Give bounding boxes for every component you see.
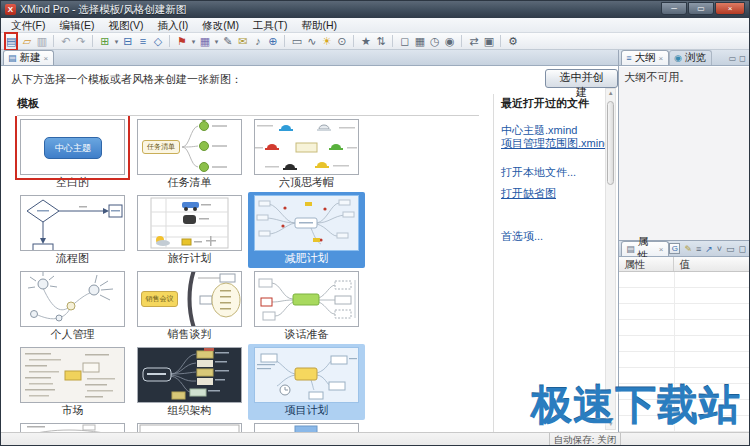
sync-selection-icon[interactable]: G xyxy=(669,243,680,254)
template-personal-management[interactable]: 个人管理 xyxy=(14,268,131,344)
print-icon[interactable]: ▣ xyxy=(481,34,496,49)
xmind-window: X XMind Pro - 选择模板/风格创建新图 ─ ▭ × 文件(F) 编辑… xyxy=(0,0,750,446)
template-blank[interactable]: 中心主题 空白的 xyxy=(14,116,131,192)
template-six-hats-thumbnail xyxy=(254,119,359,175)
recent-file-link[interactable]: 中心主题.xmind xyxy=(501,124,607,137)
template-flowchart[interactable]: 流程图 xyxy=(14,192,131,268)
template-partial-1[interactable] xyxy=(14,420,131,432)
create-selected-button[interactable]: 选中并创建 xyxy=(545,69,618,88)
panel-minimize-icon[interactable]: ▭ xyxy=(726,244,735,254)
format-brush-icon[interactable]: ✎ xyxy=(684,244,692,254)
menu-file[interactable]: 文件(F) xyxy=(4,18,52,33)
insert-image-icon[interactable]: ▦ xyxy=(197,34,212,49)
properties-tabrow: ▤ 属性 × G ✎ ≡ ↗ ˅ ▭ ◻ xyxy=(619,241,749,257)
maximize-button[interactable]: ▭ xyxy=(688,2,714,15)
template-talk-preparation[interactable]: 谈话准备 xyxy=(248,268,365,344)
sales-meeting-node: 销售会议 xyxy=(141,291,178,307)
template-travel-plan[interactable]: 旅行计划 xyxy=(131,192,248,268)
template-diet-plan-thumbnail xyxy=(254,195,359,251)
template-partial-3[interactable] xyxy=(248,420,365,432)
template-sales-negotiation-thumbnail: 销售会议 xyxy=(137,271,242,327)
open-default-map-link[interactable]: 打开缺省图 xyxy=(501,187,607,200)
menu-view[interactable]: 视图(V) xyxy=(101,18,150,33)
close-button[interactable]: × xyxy=(715,2,745,15)
menu-chevron-icon[interactable]: ˅ xyxy=(717,244,722,254)
template-project-plan[interactable]: 项目计划 xyxy=(248,344,365,420)
tab-browse[interactable]: ◉ 浏览 xyxy=(669,50,712,65)
template-six-hats[interactable]: 六顶思考帽 xyxy=(248,116,365,192)
template-market[interactable]: 市场 xyxy=(14,344,131,420)
tab-outline[interactable]: ≡ 大纲 × xyxy=(621,50,669,65)
preferences-link[interactable]: 首选项... xyxy=(501,230,607,243)
window-title: XMind Pro - 选择模板/风格创建新图 xyxy=(20,3,186,17)
search-icon[interactable]: ◉ xyxy=(442,34,457,49)
new-workbook-icon[interactable]: ▤ xyxy=(6,35,16,47)
note-icon[interactable]: ✉ xyxy=(235,34,250,49)
scrollbar-thumb[interactable] xyxy=(607,101,614,185)
tab-new-map[interactable]: ▤ 新建 × xyxy=(3,50,54,65)
tab-properties[interactable]: ▤ 属性 × xyxy=(621,241,669,256)
outline-tab-label: 大纲 xyxy=(634,51,655,65)
tab-close-icon[interactable]: × xyxy=(44,54,49,63)
outline-close-icon[interactable]: × xyxy=(658,54,663,63)
menu-help[interactable]: 帮助(H) xyxy=(295,18,345,33)
menu-tools[interactable]: 工具(T) xyxy=(246,18,294,33)
template-task-list[interactable]: 任务清单 任务清单 xyxy=(131,116,248,192)
template-org-structure-thumbnail xyxy=(137,347,242,403)
image-dropdown-icon[interactable]: ▾ xyxy=(212,34,220,49)
menu-edit[interactable]: 编辑(E) xyxy=(52,18,101,33)
insert-subtopic-icon[interactable]: ≡ xyxy=(135,34,150,49)
template-org-structure[interactable]: 组织架构 xyxy=(131,344,248,420)
sync-icon[interactable]: ⇄ xyxy=(466,34,481,49)
insert-float-topic-icon[interactable]: ◇ xyxy=(150,34,165,49)
marker-icon[interactable]: ⚑ xyxy=(174,34,189,49)
goto-icon[interactable]: ↗ xyxy=(705,244,713,254)
attachment-icon[interactable]: ✎ xyxy=(220,34,235,49)
template-sales-negotiation[interactable]: 销售会议 销售谈判 xyxy=(131,268,248,344)
central-topic-node: 中心主题 xyxy=(44,137,102,159)
panel-minimize-icon[interactable]: ▭ xyxy=(729,54,737,63)
insert-topic-icon[interactable]: ⊟ xyxy=(120,34,135,49)
template-label: 减肥计划 xyxy=(248,251,365,266)
open-local-file-link[interactable]: 打开本地文件... xyxy=(501,166,607,179)
export-icon[interactable]: ⇅ xyxy=(373,34,388,49)
panel-maximize-icon[interactable]: ◻ xyxy=(739,244,746,254)
share-icon[interactable]: ★ xyxy=(358,34,373,49)
outline-panel-controls: ▭ ◻ xyxy=(729,54,749,65)
audio-note-icon[interactable]: ♪ xyxy=(250,34,265,49)
toolbar-separator xyxy=(461,35,462,47)
menubar: 文件(F) 编辑(E) 视图(V) 插入(I) 修改(M) 工具(T) 帮助(H… xyxy=(1,18,749,33)
panel-maximize-icon[interactable]: ◻ xyxy=(739,54,746,63)
redo-icon[interactable]: ↷ xyxy=(73,34,88,49)
template-partial-2[interactable] xyxy=(131,420,248,432)
list-view-icon[interactable]: ≡ xyxy=(696,244,701,254)
menu-modify[interactable]: 修改(M) xyxy=(195,18,246,33)
recent-file-link[interactable]: 项目管理范围图.xmind xyxy=(501,137,607,150)
drill-down-icon[interactable]: ⊙ xyxy=(334,34,349,49)
timer-icon[interactable]: ◷ xyxy=(427,34,442,49)
save-icon[interactable]: ▥ xyxy=(34,34,49,49)
watermark-text: 极速下载站 xyxy=(531,378,741,433)
insert-sheet-dropdown-icon[interactable]: ▾ xyxy=(112,34,120,49)
insert-sheet-icon[interactable]: ⊞ xyxy=(97,34,112,49)
properties-close-icon[interactable]: × xyxy=(659,245,664,254)
undo-icon[interactable]: ↶ xyxy=(58,34,73,49)
settings-gear-icon[interactable]: ⚙ xyxy=(505,34,520,49)
hyperlink-icon[interactable]: ⊕ xyxy=(265,34,280,49)
boundary-icon[interactable]: ▭ xyxy=(289,34,304,49)
window-controls: ─ ▭ × xyxy=(661,1,745,15)
relationship-icon[interactable]: ∿ xyxy=(304,34,319,49)
minimize-button[interactable]: ─ xyxy=(661,2,687,15)
idea-lightbulb-icon[interactable]: ☀ xyxy=(319,34,334,49)
scroll-up-icon[interactable]: ▲ xyxy=(606,89,615,98)
toolbar-separator xyxy=(353,35,354,47)
template-diet-plan[interactable]: 减肥计划 xyxy=(248,192,365,268)
template-label: 流程图 xyxy=(14,251,131,266)
marker-dropdown-icon[interactable]: ▾ xyxy=(189,34,197,49)
tab-label: 新建 xyxy=(20,51,41,65)
open-file-icon[interactable]: ▱ xyxy=(19,34,34,49)
menu-insert[interactable]: 插入(I) xyxy=(150,18,195,33)
fit-window-icon[interactable]: ◻ xyxy=(397,34,412,49)
overview-icon[interactable]: ▦ xyxy=(412,34,427,49)
outline-panel: ≡ 大纲 × ◉ 浏览 ▭ ◻ 大纲不可用。 xyxy=(619,50,749,240)
